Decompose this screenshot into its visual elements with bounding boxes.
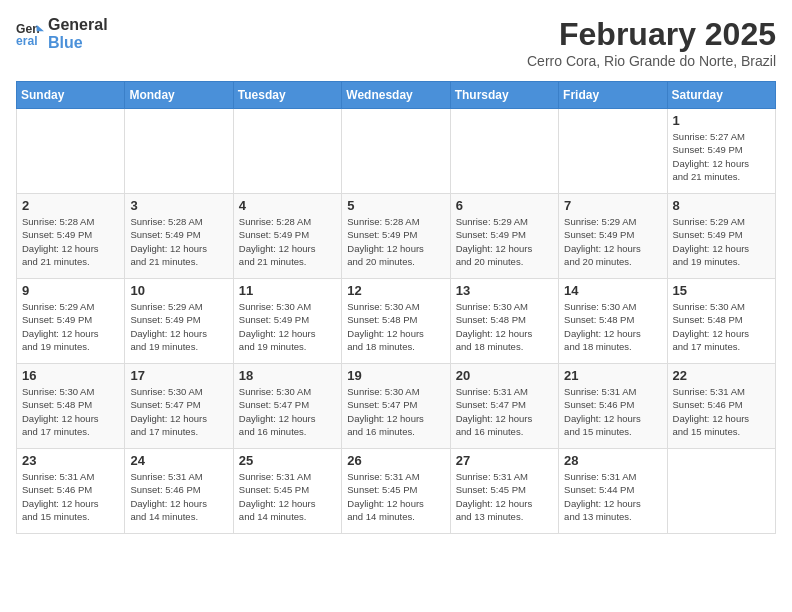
day-info: Sunrise: 5:29 AM Sunset: 5:49 PM Dayligh… <box>673 215 770 268</box>
day-info: Sunrise: 5:28 AM Sunset: 5:49 PM Dayligh… <box>347 215 444 268</box>
day-number: 24 <box>130 453 227 468</box>
day-info: Sunrise: 5:28 AM Sunset: 5:49 PM Dayligh… <box>22 215 119 268</box>
calendar-day-cell <box>17 109 125 194</box>
day-info: Sunrise: 5:31 AM Sunset: 5:46 PM Dayligh… <box>130 470 227 523</box>
day-number: 15 <box>673 283 770 298</box>
calendar-day-cell: 14Sunrise: 5:30 AM Sunset: 5:48 PM Dayli… <box>559 279 667 364</box>
day-number: 25 <box>239 453 336 468</box>
weekday-header: Wednesday <box>342 82 450 109</box>
day-number: 21 <box>564 368 661 383</box>
day-number: 14 <box>564 283 661 298</box>
location-subtitle: Cerro Cora, Rio Grande do Norte, Brazil <box>527 53 776 69</box>
logo-icon: Gen eral <box>16 20 44 48</box>
calendar-day-cell: 28Sunrise: 5:31 AM Sunset: 5:44 PM Dayli… <box>559 449 667 534</box>
day-number: 7 <box>564 198 661 213</box>
calendar-day-cell: 8Sunrise: 5:29 AM Sunset: 5:49 PM Daylig… <box>667 194 775 279</box>
calendar-day-cell: 2Sunrise: 5:28 AM Sunset: 5:49 PM Daylig… <box>17 194 125 279</box>
day-info: Sunrise: 5:28 AM Sunset: 5:49 PM Dayligh… <box>239 215 336 268</box>
weekday-header: Monday <box>125 82 233 109</box>
calendar-day-cell: 16Sunrise: 5:30 AM Sunset: 5:48 PM Dayli… <box>17 364 125 449</box>
day-number: 6 <box>456 198 553 213</box>
logo-line1: General <box>48 16 108 34</box>
day-number: 28 <box>564 453 661 468</box>
weekday-header: Sunday <box>17 82 125 109</box>
day-info: Sunrise: 5:31 AM Sunset: 5:44 PM Dayligh… <box>564 470 661 523</box>
calendar-week-row: 9Sunrise: 5:29 AM Sunset: 5:49 PM Daylig… <box>17 279 776 364</box>
day-info: Sunrise: 5:30 AM Sunset: 5:48 PM Dayligh… <box>673 300 770 353</box>
calendar-day-cell: 25Sunrise: 5:31 AM Sunset: 5:45 PM Dayli… <box>233 449 341 534</box>
calendar-week-row: 23Sunrise: 5:31 AM Sunset: 5:46 PM Dayli… <box>17 449 776 534</box>
day-number: 4 <box>239 198 336 213</box>
day-number: 9 <box>22 283 119 298</box>
calendar-day-cell: 9Sunrise: 5:29 AM Sunset: 5:49 PM Daylig… <box>17 279 125 364</box>
day-number: 16 <box>22 368 119 383</box>
day-info: Sunrise: 5:31 AM Sunset: 5:45 PM Dayligh… <box>347 470 444 523</box>
day-info: Sunrise: 5:30 AM Sunset: 5:49 PM Dayligh… <box>239 300 336 353</box>
title-block: February 2025 Cerro Cora, Rio Grande do … <box>527 16 776 69</box>
calendar-day-cell: 21Sunrise: 5:31 AM Sunset: 5:46 PM Dayli… <box>559 364 667 449</box>
logo: Gen eral General Blue <box>16 16 108 52</box>
calendar-day-cell <box>125 109 233 194</box>
day-number: 18 <box>239 368 336 383</box>
calendar-week-row: 16Sunrise: 5:30 AM Sunset: 5:48 PM Dayli… <box>17 364 776 449</box>
calendar-day-cell: 20Sunrise: 5:31 AM Sunset: 5:47 PM Dayli… <box>450 364 558 449</box>
day-number: 3 <box>130 198 227 213</box>
calendar-day-cell <box>342 109 450 194</box>
day-info: Sunrise: 5:31 AM Sunset: 5:45 PM Dayligh… <box>456 470 553 523</box>
calendar-day-cell: 12Sunrise: 5:30 AM Sunset: 5:48 PM Dayli… <box>342 279 450 364</box>
day-number: 12 <box>347 283 444 298</box>
day-info: Sunrise: 5:30 AM Sunset: 5:47 PM Dayligh… <box>347 385 444 438</box>
weekday-header: Saturday <box>667 82 775 109</box>
day-number: 20 <box>456 368 553 383</box>
day-info: Sunrise: 5:31 AM Sunset: 5:46 PM Dayligh… <box>673 385 770 438</box>
calendar-day-cell: 26Sunrise: 5:31 AM Sunset: 5:45 PM Dayli… <box>342 449 450 534</box>
day-number: 2 <box>22 198 119 213</box>
day-info: Sunrise: 5:30 AM Sunset: 5:48 PM Dayligh… <box>22 385 119 438</box>
calendar-day-cell <box>667 449 775 534</box>
day-info: Sunrise: 5:29 AM Sunset: 5:49 PM Dayligh… <box>22 300 119 353</box>
calendar-day-cell <box>559 109 667 194</box>
day-info: Sunrise: 5:30 AM Sunset: 5:47 PM Dayligh… <box>239 385 336 438</box>
day-info: Sunrise: 5:31 AM Sunset: 5:47 PM Dayligh… <box>456 385 553 438</box>
calendar-day-cell: 17Sunrise: 5:30 AM Sunset: 5:47 PM Dayli… <box>125 364 233 449</box>
day-number: 11 <box>239 283 336 298</box>
weekday-header: Friday <box>559 82 667 109</box>
day-number: 10 <box>130 283 227 298</box>
day-info: Sunrise: 5:29 AM Sunset: 5:49 PM Dayligh… <box>564 215 661 268</box>
day-info: Sunrise: 5:30 AM Sunset: 5:48 PM Dayligh… <box>456 300 553 353</box>
day-number: 13 <box>456 283 553 298</box>
calendar-week-row: 1Sunrise: 5:27 AM Sunset: 5:49 PM Daylig… <box>17 109 776 194</box>
weekday-header: Tuesday <box>233 82 341 109</box>
day-info: Sunrise: 5:31 AM Sunset: 5:46 PM Dayligh… <box>22 470 119 523</box>
day-info: Sunrise: 5:30 AM Sunset: 5:48 PM Dayligh… <box>564 300 661 353</box>
day-number: 23 <box>22 453 119 468</box>
day-number: 19 <box>347 368 444 383</box>
calendar-day-cell: 18Sunrise: 5:30 AM Sunset: 5:47 PM Dayli… <box>233 364 341 449</box>
day-info: Sunrise: 5:31 AM Sunset: 5:46 PM Dayligh… <box>564 385 661 438</box>
day-info: Sunrise: 5:28 AM Sunset: 5:49 PM Dayligh… <box>130 215 227 268</box>
calendar-day-cell: 22Sunrise: 5:31 AM Sunset: 5:46 PM Dayli… <box>667 364 775 449</box>
calendar-day-cell: 10Sunrise: 5:29 AM Sunset: 5:49 PM Dayli… <box>125 279 233 364</box>
day-number: 8 <box>673 198 770 213</box>
calendar-header: SundayMondayTuesdayWednesdayThursdayFrid… <box>17 82 776 109</box>
day-info: Sunrise: 5:29 AM Sunset: 5:49 PM Dayligh… <box>130 300 227 353</box>
day-number: 5 <box>347 198 444 213</box>
calendar-table: SundayMondayTuesdayWednesdayThursdayFrid… <box>16 81 776 534</box>
calendar-day-cell: 5Sunrise: 5:28 AM Sunset: 5:49 PM Daylig… <box>342 194 450 279</box>
day-number: 22 <box>673 368 770 383</box>
calendar-day-cell: 6Sunrise: 5:29 AM Sunset: 5:49 PM Daylig… <box>450 194 558 279</box>
calendar-day-cell: 13Sunrise: 5:30 AM Sunset: 5:48 PM Dayli… <box>450 279 558 364</box>
day-number: 17 <box>130 368 227 383</box>
calendar-day-cell: 1Sunrise: 5:27 AM Sunset: 5:49 PM Daylig… <box>667 109 775 194</box>
weekday-header: Thursday <box>450 82 558 109</box>
calendar-day-cell: 23Sunrise: 5:31 AM Sunset: 5:46 PM Dayli… <box>17 449 125 534</box>
day-number: 26 <box>347 453 444 468</box>
calendar-day-cell: 19Sunrise: 5:30 AM Sunset: 5:47 PM Dayli… <box>342 364 450 449</box>
page-header: Gen eral General Blue February 2025 Cerr… <box>16 16 776 69</box>
calendar-day-cell: 7Sunrise: 5:29 AM Sunset: 5:49 PM Daylig… <box>559 194 667 279</box>
day-number: 27 <box>456 453 553 468</box>
day-number: 1 <box>673 113 770 128</box>
day-info: Sunrise: 5:30 AM Sunset: 5:48 PM Dayligh… <box>347 300 444 353</box>
calendar-day-cell: 3Sunrise: 5:28 AM Sunset: 5:49 PM Daylig… <box>125 194 233 279</box>
calendar-day-cell: 27Sunrise: 5:31 AM Sunset: 5:45 PM Dayli… <box>450 449 558 534</box>
